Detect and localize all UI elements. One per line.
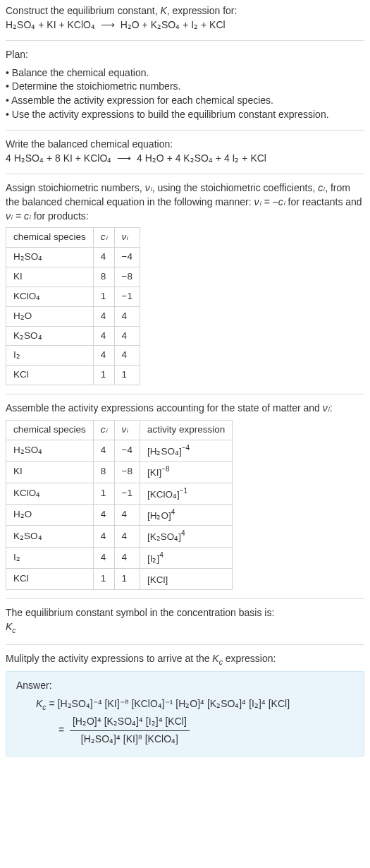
col-nui: νᵢ — [114, 420, 140, 440]
table-row: I₂44[I₂]4 — [6, 547, 233, 568]
balanced-label: Write the balanced chemical equation: — [6, 138, 364, 152]
page: Construct the equilibrium constant, K, e… — [0, 0, 370, 776]
cell-species: KClO₄ — [6, 287, 94, 306]
nu-i: νᵢ — [145, 182, 152, 193]
activity-exp: 4 — [159, 551, 164, 559]
c-i: cᵢ — [318, 182, 325, 193]
cell-species: H₂SO₄ — [6, 248, 94, 267]
section-plan: Plan: Balance the chemical equation. Det… — [6, 40, 364, 130]
table-row: KCl11[KCl] — [6, 569, 233, 590]
col-activity: activity expression — [140, 420, 232, 440]
activity-exp: 4 — [181, 529, 185, 537]
kc-base: K — [36, 698, 42, 709]
cell-nui: −8 — [114, 462, 140, 483]
cell-nui: 1 — [114, 569, 140, 590]
kc-expression-fraction: = [H₂O]⁴ [K₂SO₄]⁴ [I₂]⁴ [KCl] [H₂SO₄]⁴ [… — [36, 715, 354, 746]
reaction-arrow: ⟶ — [114, 152, 134, 164]
cell-ci: 4 — [93, 326, 114, 346]
nu-i: νᵢ — [323, 402, 330, 414]
table-header-row: chemical species cᵢ νᵢ activity expressi… — [6, 420, 233, 440]
cell-nui: 4 — [114, 504, 140, 525]
activity-text: Assemble the activity expressions accoun… — [6, 402, 323, 414]
cell-nui: 4 — [114, 346, 140, 366]
activity-base: [KI] — [147, 467, 161, 478]
cell-nui: 4 — [114, 326, 140, 346]
col-nui: νᵢ — [114, 228, 140, 248]
cell-ci: 1 — [93, 483, 114, 504]
table-row: K₂SO₄44[K₂SO₄]4 — [6, 526, 233, 547]
cell-ci: 4 — [93, 440, 114, 461]
heading-suffix: , expression for: — [167, 5, 238, 16]
table-row: KCl11 — [6, 366, 140, 385]
col-ci: cᵢ — [93, 228, 114, 248]
activity-exp: −4 — [182, 444, 190, 452]
stoich-text: for reactants and — [285, 196, 362, 207]
table-row: I₂44 — [6, 346, 140, 366]
fraction-numerator: [H₂O]⁴ [K₂SO₄]⁴ [I₂]⁴ [KCl] — [70, 715, 190, 730]
section-activity: Assemble the activity expressions accoun… — [6, 394, 364, 598]
cell-species: K₂SO₄ — [6, 526, 94, 547]
multiply-text: Mulitply the activity expressions to arr… — [6, 653, 212, 664]
cell-activity: [KCl] — [140, 569, 232, 590]
cell-nui: 1 — [114, 366, 140, 385]
equals-sign: = — [47, 698, 58, 709]
table-row: H₂O44[H₂O]4 — [6, 504, 233, 525]
section-symbol: The equilibrium constant symbol in the c… — [6, 598, 364, 644]
rel1: νᵢ = −cᵢ — [254, 196, 285, 207]
cell-species: H₂O — [6, 306, 94, 326]
plan-item: Use the activity expressions to build th… — [6, 108, 364, 122]
table-row: KClO₄1−1[KClO₄]−1 — [6, 483, 233, 504]
col-ci: cᵢ — [93, 420, 114, 440]
kc-symbol: Kc — [6, 620, 364, 635]
cell-species: I₂ — [6, 346, 94, 366]
cell-ci: 1 — [93, 287, 114, 306]
col-species: chemical species — [6, 228, 94, 248]
col-species: chemical species — [6, 420, 94, 440]
balanced-rhs: 4 H₂O + 4 K₂SO₄ + 4 I₂ + KCl — [137, 152, 266, 164]
cell-activity: [I₂]4 — [140, 547, 232, 568]
heading: Construct the equilibrium constant, K, e… — [6, 4, 364, 18]
activity-base: [K₂SO₄] — [147, 531, 181, 542]
cell-nui: −1 — [114, 483, 140, 504]
table-row: H₂O44 — [6, 306, 140, 326]
cell-species: KCl — [6, 569, 94, 590]
activity-exp: 4 — [171, 508, 175, 516]
stoich-text: for products: — [31, 210, 89, 222]
cell-ci: 4 — [93, 547, 114, 568]
cell-activity: [H₂SO₄]−4 — [140, 440, 232, 461]
section-stoich: Assign stoichiometric numbers, νᵢ, using… — [6, 174, 364, 394]
plan-label: Plan: — [6, 48, 364, 62]
cell-species: H₂O — [6, 504, 94, 525]
cell-species: KClO₄ — [6, 483, 94, 504]
cell-species: K₂SO₄ — [6, 326, 94, 346]
stoich-intro-text: Assign stoichiometric numbers, νᵢ, using… — [6, 181, 364, 223]
activity-exp: −1 — [180, 487, 188, 495]
cell-ci: 1 — [93, 366, 114, 385]
fraction: [H₂O]⁴ [K₂SO₄]⁴ [I₂]⁴ [KCl] [H₂SO₄]⁴ [KI… — [67, 715, 192, 746]
section-balanced: Write the balanced chemical equation: 4 … — [6, 130, 364, 174]
plan-item: Assemble the activity expression for eac… — [6, 94, 364, 108]
cell-activity: [KI]−8 — [140, 462, 232, 483]
cell-ci: 8 — [93, 462, 114, 483]
multiply-line: Mulitply the activity expressions to arr… — [6, 652, 364, 667]
balanced-equation: 4 H₂SO₄ + 8 KI + KClO₄ ⟶ 4 H₂O + 4 K₂SO₄… — [6, 152, 364, 166]
table-row: KI8−8[KI]−8 — [6, 462, 233, 483]
kc-flat-value: [H₂SO₄]⁻⁴ [KI]⁻⁸ [KClO₄]⁻¹ [H₂O]⁴ [K₂SO₄… — [58, 698, 290, 709]
table-header-row: chemical species cᵢ νᵢ — [6, 228, 140, 248]
plan-item: Balance the chemical equation. — [6, 66, 364, 80]
answer-box: Answer: Kc = [H₂SO₄]⁻⁴ [KI]⁻⁸ [KClO₄]⁻¹ … — [6, 671, 364, 757]
symbol-line1: The equilibrium constant symbol in the c… — [6, 606, 364, 620]
cell-activity: [K₂SO₄]4 — [140, 526, 232, 547]
kc-base: K — [212, 653, 218, 664]
stoich-text: Assign stoichiometric numbers, — [6, 182, 145, 193]
stoich-text: , using the stoichiometric coefficients, — [152, 182, 319, 193]
activity-intro: Assemble the activity expressions accoun… — [6, 402, 364, 416]
activity-base: [H₂O] — [147, 510, 171, 520]
cell-activity: [KClO₄]−1 — [140, 483, 232, 504]
plan-bullets: Balance the chemical equation. Determine… — [6, 66, 364, 121]
unbalanced-lhs: H₂SO₄ + KI + KClO₄ — [6, 19, 95, 30]
table-row: H₂SO₄4−4 — [6, 248, 140, 267]
multiply-text: expression: — [223, 653, 276, 664]
fraction-denominator: [H₂SO₄]⁴ [KI]⁸ [KClO₄] — [70, 730, 190, 747]
cell-nui: 4 — [114, 526, 140, 547]
